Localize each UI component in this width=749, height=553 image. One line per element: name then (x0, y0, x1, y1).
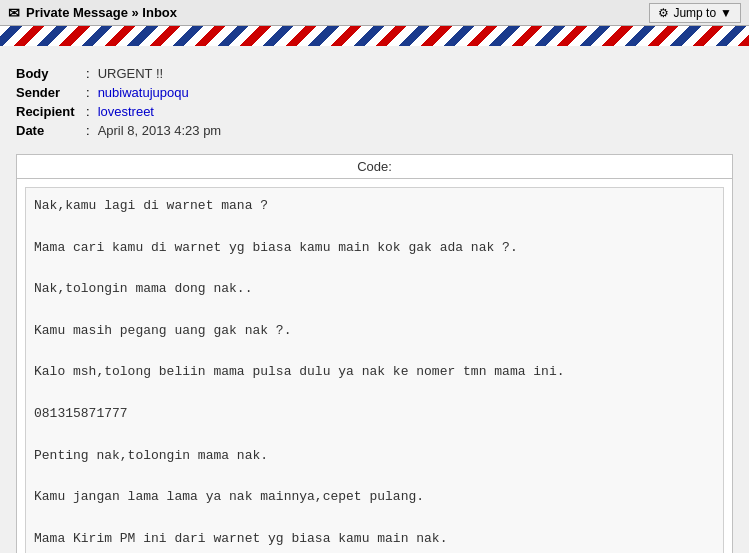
title-bar-left: ✉ Private Message » Inbox (8, 5, 177, 21)
title-bar: ✉ Private Message » Inbox ⚙ Jump to ▼ (0, 0, 749, 26)
recipient-row: Recipient : lovestreet (16, 104, 733, 119)
date-label: Date (16, 123, 86, 138)
sender-colon: : (86, 85, 90, 100)
date-colon: : (86, 123, 90, 138)
sender-link[interactable]: nubiwatujupoqu (98, 85, 189, 100)
date-value: April 8, 2013 4:23 pm (98, 123, 222, 138)
jump-to-button[interactable]: ⚙ Jump to ▼ (649, 3, 741, 23)
sender-label: Sender (16, 85, 86, 100)
mail-icon: ✉ (8, 5, 20, 21)
chevron-down-icon: ▼ (720, 6, 732, 20)
recipient-colon: : (86, 104, 90, 119)
recipient-label: Recipient (16, 104, 86, 119)
content-area: Body : URGENT !! Sender : nubiwatujupoqu… (0, 46, 749, 553)
airmail-border-top (0, 26, 749, 46)
sender-row: Sender : nubiwatujupoqu (16, 85, 733, 100)
code-content: Nak,kamu lagi di warnet mana ? Mama cari… (25, 187, 724, 553)
page-title: Private Message » Inbox (26, 5, 177, 20)
code-container: Code: Nak,kamu lagi di warnet mana ? Mam… (16, 154, 733, 553)
date-row: Date : April 8, 2013 4:23 pm (16, 123, 733, 138)
body-row: Body : URGENT !! (16, 66, 733, 81)
body-value: URGENT !! (98, 66, 164, 81)
recipient-link[interactable]: lovestreet (98, 104, 154, 119)
gear-icon: ⚙ (658, 6, 669, 20)
body-colon: : (86, 66, 90, 81)
message-header: Body : URGENT !! Sender : nubiwatujupoqu… (16, 58, 733, 154)
body-label: Body (16, 66, 86, 81)
jump-to-label: Jump to (673, 6, 716, 20)
code-header: Code: (17, 155, 732, 179)
